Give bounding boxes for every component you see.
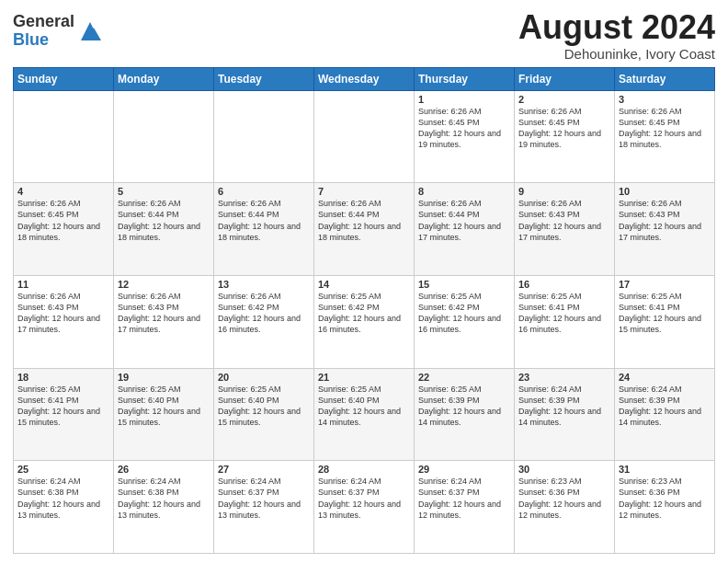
col-sunday: Sunday (14, 67, 114, 90)
week-row-0: 1Sunrise: 6:26 AM Sunset: 6:45 PM Daylig… (14, 90, 715, 183)
day-number: 5 (118, 186, 210, 197)
day-cell-3-2: 20Sunrise: 6:25 AM Sunset: 6:40 PM Dayli… (214, 368, 314, 461)
day-cell-3-5: 23Sunrise: 6:24 AM Sunset: 6:39 PM Dayli… (515, 368, 615, 461)
day-info: Sunrise: 6:26 AM Sunset: 6:44 PM Dayligh… (318, 198, 410, 243)
day-number: 12 (118, 279, 210, 290)
day-info: Sunrise: 6:26 AM Sunset: 6:44 PM Dayligh… (118, 198, 210, 243)
week-row-3: 18Sunrise: 6:25 AM Sunset: 6:41 PM Dayli… (14, 368, 715, 461)
title-block: August 2024 Dehouninke, Ivory Coast (518, 9, 715, 62)
header: General Blue August 2024 Dehouninke, Ivo… (13, 9, 715, 62)
day-info: Sunrise: 6:24 AM Sunset: 6:37 PM Dayligh… (418, 476, 510, 521)
day-number: 26 (118, 464, 210, 475)
day-info: Sunrise: 6:24 AM Sunset: 6:37 PM Dayligh… (318, 476, 410, 521)
day-number: 18 (17, 372, 109, 383)
day-number: 16 (518, 279, 610, 290)
day-info: Sunrise: 6:24 AM Sunset: 6:39 PM Dayligh… (518, 384, 610, 429)
day-info: Sunrise: 6:23 AM Sunset: 6:36 PM Dayligh… (518, 476, 610, 521)
day-number: 21 (318, 372, 410, 383)
col-monday: Monday (114, 67, 214, 90)
day-number: 27 (218, 464, 310, 475)
day-info: Sunrise: 6:25 AM Sunset: 6:41 PM Dayligh… (518, 291, 610, 336)
day-cell-2-2: 13Sunrise: 6:26 AM Sunset: 6:42 PM Dayli… (214, 275, 314, 368)
logo: General Blue (13, 13, 103, 50)
col-tuesday: Tuesday (214, 67, 314, 90)
day-info: Sunrise: 6:25 AM Sunset: 6:42 PM Dayligh… (318, 291, 410, 336)
day-cell-0-6: 3Sunrise: 6:26 AM Sunset: 6:45 PM Daylig… (615, 90, 715, 183)
week-row-4: 25Sunrise: 6:24 AM Sunset: 6:38 PM Dayli… (14, 461, 715, 554)
day-cell-4-2: 27Sunrise: 6:24 AM Sunset: 6:37 PM Dayli… (214, 461, 314, 554)
day-cell-2-4: 15Sunrise: 6:25 AM Sunset: 6:42 PM Dayli… (415, 275, 515, 368)
day-number: 19 (118, 372, 210, 383)
logo-general: General (13, 13, 74, 31)
day-number: 4 (17, 186, 109, 197)
logo-icon (77, 18, 103, 44)
day-cell-4-0: 25Sunrise: 6:24 AM Sunset: 6:38 PM Dayli… (14, 461, 114, 554)
day-info: Sunrise: 6:24 AM Sunset: 6:37 PM Dayligh… (218, 476, 310, 521)
day-cell-4-5: 30Sunrise: 6:23 AM Sunset: 6:36 PM Dayli… (515, 461, 615, 554)
day-number: 28 (318, 464, 410, 475)
day-cell-3-3: 21Sunrise: 6:25 AM Sunset: 6:40 PM Dayli… (314, 368, 415, 461)
day-cell-2-1: 12Sunrise: 6:26 AM Sunset: 6:43 PM Dayli… (114, 275, 214, 368)
day-cell-0-2 (214, 90, 314, 183)
day-number: 29 (418, 464, 510, 475)
week-row-2: 11Sunrise: 6:26 AM Sunset: 6:43 PM Dayli… (14, 275, 715, 368)
day-number: 13 (218, 279, 310, 290)
day-cell-4-1: 26Sunrise: 6:24 AM Sunset: 6:38 PM Dayli… (114, 461, 214, 554)
day-number: 10 (619, 186, 711, 197)
day-cell-0-1 (114, 90, 214, 183)
day-info: Sunrise: 6:25 AM Sunset: 6:40 PM Dayligh… (318, 384, 410, 429)
day-info: Sunrise: 6:26 AM Sunset: 6:44 PM Dayligh… (218, 198, 310, 243)
day-cell-1-3: 7Sunrise: 6:26 AM Sunset: 6:44 PM Daylig… (314, 183, 415, 276)
day-info: Sunrise: 6:26 AM Sunset: 6:45 PM Dayligh… (418, 106, 510, 151)
day-number: 3 (619, 94, 711, 105)
calendar-table: Sunday Monday Tuesday Wednesday Thursday… (13, 67, 715, 554)
day-cell-1-4: 8Sunrise: 6:26 AM Sunset: 6:44 PM Daylig… (415, 183, 515, 276)
day-cell-4-4: 29Sunrise: 6:24 AM Sunset: 6:37 PM Dayli… (415, 461, 515, 554)
day-number: 24 (619, 372, 711, 383)
calendar-body: 1Sunrise: 6:26 AM Sunset: 6:45 PM Daylig… (14, 90, 715, 553)
day-number: 20 (218, 372, 310, 383)
day-number: 31 (619, 464, 711, 475)
day-info: Sunrise: 6:26 AM Sunset: 6:43 PM Dayligh… (518, 198, 610, 243)
day-number: 30 (518, 464, 610, 475)
day-cell-0-0 (14, 90, 114, 183)
col-friday: Friday (515, 67, 615, 90)
header-row: Sunday Monday Tuesday Wednesday Thursday… (14, 67, 715, 90)
day-number: 2 (518, 94, 610, 105)
day-info: Sunrise: 6:24 AM Sunset: 6:39 PM Dayligh… (619, 384, 711, 429)
logo-blue: Blue (13, 31, 74, 50)
day-cell-3-6: 24Sunrise: 6:24 AM Sunset: 6:39 PM Dayli… (615, 368, 715, 461)
day-cell-1-6: 10Sunrise: 6:26 AM Sunset: 6:43 PM Dayli… (615, 183, 715, 276)
col-thursday: Thursday (415, 67, 515, 90)
day-cell-1-5: 9Sunrise: 6:26 AM Sunset: 6:43 PM Daylig… (515, 183, 615, 276)
day-number: 17 (619, 279, 711, 290)
week-row-1: 4Sunrise: 6:26 AM Sunset: 6:45 PM Daylig… (14, 183, 715, 276)
calendar-header: Sunday Monday Tuesday Wednesday Thursday… (14, 67, 715, 90)
col-wednesday: Wednesday (314, 67, 415, 90)
day-info: Sunrise: 6:26 AM Sunset: 6:45 PM Dayligh… (619, 106, 711, 151)
day-info: Sunrise: 6:26 AM Sunset: 6:43 PM Dayligh… (619, 198, 711, 243)
day-cell-0-4: 1Sunrise: 6:26 AM Sunset: 6:45 PM Daylig… (415, 90, 515, 183)
day-cell-3-0: 18Sunrise: 6:25 AM Sunset: 6:41 PM Dayli… (14, 368, 114, 461)
day-info: Sunrise: 6:26 AM Sunset: 6:45 PM Dayligh… (518, 106, 610, 151)
day-number: 14 (318, 279, 410, 290)
subtitle: Dehouninke, Ivory Coast (518, 46, 715, 62)
day-info: Sunrise: 6:25 AM Sunset: 6:39 PM Dayligh… (418, 384, 510, 429)
day-number: 9 (518, 186, 610, 197)
day-cell-0-5: 2Sunrise: 6:26 AM Sunset: 6:45 PM Daylig… (515, 90, 615, 183)
day-number: 23 (518, 372, 610, 383)
day-number: 11 (17, 279, 109, 290)
day-cell-2-5: 16Sunrise: 6:25 AM Sunset: 6:41 PM Dayli… (515, 275, 615, 368)
day-cell-1-1: 5Sunrise: 6:26 AM Sunset: 6:44 PM Daylig… (114, 183, 214, 276)
day-info: Sunrise: 6:24 AM Sunset: 6:38 PM Dayligh… (17, 476, 109, 521)
day-number: 15 (418, 279, 510, 290)
day-number: 25 (17, 464, 109, 475)
day-cell-4-3: 28Sunrise: 6:24 AM Sunset: 6:37 PM Dayli… (314, 461, 415, 554)
day-number: 7 (318, 186, 410, 197)
day-info: Sunrise: 6:26 AM Sunset: 6:42 PM Dayligh… (218, 291, 310, 336)
day-number: 8 (418, 186, 510, 197)
day-info: Sunrise: 6:26 AM Sunset: 6:43 PM Dayligh… (118, 291, 210, 336)
day-info: Sunrise: 6:24 AM Sunset: 6:38 PM Dayligh… (118, 476, 210, 521)
day-info: Sunrise: 6:26 AM Sunset: 6:43 PM Dayligh… (17, 291, 109, 336)
day-info: Sunrise: 6:26 AM Sunset: 6:44 PM Dayligh… (418, 198, 510, 243)
